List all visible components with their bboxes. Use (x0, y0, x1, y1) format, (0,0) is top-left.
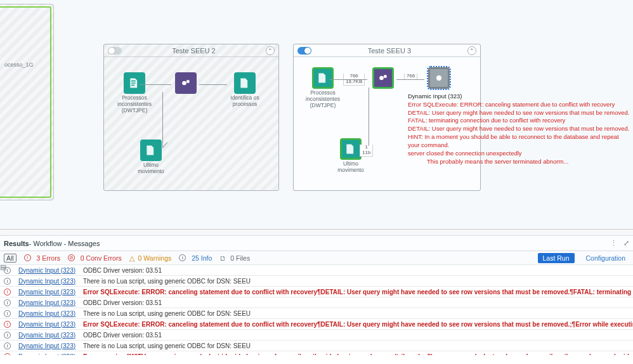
message-text: ODBC Driver version: 03.51 (79, 330, 633, 341)
expand-icon[interactable]: ⤢ (623, 239, 629, 247)
message-source-link[interactable]: Dynamic Input (323) (15, 265, 79, 276)
svg-point-3 (384, 75, 387, 78)
message-text: There is no Lua script, using generic OD… (79, 341, 633, 351)
dynamic-input-tool-icon[interactable] (234, 72, 256, 94)
container-toggle[interactable] (297, 47, 311, 55)
svg-point-4 (436, 75, 441, 81)
info-icon: i (0, 341, 15, 351)
error-icon: ! (0, 351, 15, 356)
svg-point-2 (379, 76, 384, 81)
filter-all[interactable]: All (4, 254, 16, 263)
filter-errors[interactable]: ! 3 Errors (24, 254, 60, 262)
table-row[interactable]: !Dynamic Input (323)Error SQLExecute: ER… (0, 287, 633, 297)
table-row[interactable]: !Dynamic Input (323)Error SQLExecute: ER… (0, 319, 633, 330)
results-panel-header: Results - Workflow - Messages ⋮ ⤢ (0, 236, 633, 251)
message-text: There is no Lua script, using generic OD… (79, 276, 633, 287)
panel-splitter[interactable] (0, 230, 633, 236)
table-row[interactable]: !Dynamic Input (323)Error opening "WITH … (0, 351, 633, 356)
workflow-canvas[interactable]: ocesso_1G Teste SEEU 2 ⌃ Processos incon… (0, 0, 633, 230)
message-source-link[interactable]: Dynamic Input (323) (15, 287, 79, 297)
dynamic-input-tool-icon[interactable] (340, 138, 362, 160)
filter-info[interactable]: i 25 Info (179, 254, 212, 262)
tool-label: Processos inconsistentes (DWTJPE) (304, 90, 342, 108)
error-icon: ! (0, 319, 15, 330)
dynamic-input-running-icon[interactable] (428, 67, 450, 89)
container-collapse-button[interactable]: ⌃ (266, 46, 275, 55)
message-source-link[interactable]: Dynamic Input (323) (15, 351, 79, 356)
last-run-button[interactable]: Last Run (538, 253, 575, 263)
container-toggle[interactable] (108, 47, 122, 55)
table-row[interactable]: iDynamic Input (323)ODBC Driver version:… (0, 297, 633, 308)
tool-label: Ultimo movimento (332, 161, 370, 174)
container-teste-seeu-3[interactable]: Teste SEEU 3 ⌃ Processos inconsistentes … (293, 44, 481, 191)
table-row[interactable]: iDynamic Input (323)ODBC Driver version:… (0, 330, 633, 341)
table-row[interactable]: iDynamic Input (323)There is no Lua scri… (0, 341, 633, 351)
tool-label: Identifica os processos (226, 95, 264, 108)
message-text: There is no Lua script, using generic OD… (79, 308, 633, 319)
container-truncated-disabled[interactable]: ocesso_1G (0, 4, 54, 200)
error-icon: ! (0, 287, 15, 297)
container-title-label: Teste SEEU 2 (122, 47, 266, 55)
more-options-icon[interactable]: ⋮ (610, 239, 617, 247)
container-header: Teste SEEU 3 ⌃ (294, 44, 480, 57)
table-row[interactable]: iDynamic Input (323)There is no Lua scri… (0, 276, 633, 287)
container-truncated-label: ocesso_1G (4, 62, 34, 68)
message-text: ODBC Driver version: 03.51 (79, 265, 633, 276)
svg-point-1 (186, 80, 190, 83)
message-source-link[interactable]: Dynamic Input (323) (15, 308, 79, 319)
container-title-label: Teste SEEU 3 (311, 47, 467, 55)
message-source-link[interactable]: Dynamic Input (323) (15, 297, 79, 308)
macro-tool-icon[interactable] (372, 67, 394, 89)
info-icon: i (0, 276, 15, 287)
message-source-link[interactable]: Dynamic Input (323) (15, 330, 79, 341)
message-source-link[interactable]: Dynamic Input (323) (15, 341, 79, 351)
container-collapse-button[interactable]: ⌃ (467, 46, 476, 55)
message-text: Error opening "WITH varas_origem as (sel… (79, 351, 633, 356)
dynamic-input-tool-icon[interactable] (140, 140, 162, 161)
tool-label: Ultimo movimento (132, 162, 170, 175)
tool-label: Processos inconsistentes (DWTJPE) (115, 95, 153, 114)
macro-tool-icon[interactable] (175, 72, 197, 94)
filter-files[interactable]: 🗋 0 Files (219, 254, 250, 262)
message-text: Error SQLExecute: ERROR: canceling state… (79, 287, 633, 297)
dynamic-input-tool-icon[interactable] (312, 67, 334, 89)
svg-point-0 (182, 81, 186, 86)
table-row[interactable]: iDynamic Input (323)There is no Lua scri… (0, 308, 633, 319)
message-text: ODBC Driver version: 03.51 (79, 297, 633, 308)
configuration-button[interactable]: Configuration (582, 253, 629, 263)
table-row[interactable]: iDynamic Input (323)ODBC Driver version:… (0, 265, 633, 276)
results-title: Results (4, 240, 29, 247)
container-teste-seeu-2[interactable]: Teste SEEU 2 ⌃ Processos inconsistentes … (103, 44, 279, 191)
results-subtitle: - Workflow - Messages (29, 240, 100, 247)
info-icon: i (0, 308, 15, 319)
connection-size-label: 111b (360, 145, 373, 157)
filter-conv-errors[interactable]: ⊘ 0 Conv Errors (68, 254, 122, 262)
message-text: Error SQLExecute: ERROR: canceling state… (79, 319, 633, 330)
dynamic-input-tool-icon[interactable] (124, 72, 145, 94)
info-icon: i (0, 330, 15, 341)
info-icon: i (0, 297, 15, 308)
message-source-link[interactable]: Dynamic Input (323) (15, 319, 79, 330)
results-filter-bar: All ! 3 Errors ⊘ 0 Conv Errors △ 0 Warni… (0, 251, 633, 265)
results-grid[interactable]: iDynamic Input (323)ODBC Driver version:… (0, 265, 633, 355)
filter-warnings[interactable]: △ 0 Warnings (129, 254, 172, 262)
container-header: Teste SEEU 2 ⌃ (104, 44, 278, 57)
message-source-link[interactable]: Dynamic Input (323) (15, 276, 79, 287)
side-tab-icon[interactable]: ▤ (0, 263, 9, 276)
